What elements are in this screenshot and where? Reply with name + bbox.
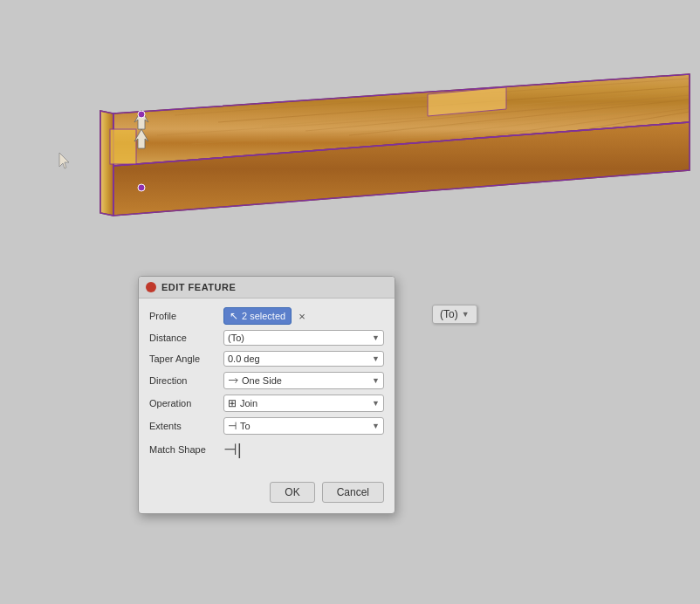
svg-rect-18 (110, 129, 136, 164)
extents-dropdown[interactable]: ⊣ To ▼ (223, 417, 384, 435)
distance-row: Distance (To) ▼ (149, 330, 384, 346)
ok-button[interactable]: OK (270, 482, 314, 503)
direction-dropdown-arrow: ▼ (372, 376, 380, 385)
operation-dropdown[interactable]: ⊞ Join ▼ (223, 395, 384, 412)
direction-value: One Side (242, 375, 282, 386)
extents-value: To (240, 421, 250, 431)
extents-row: Extents ⊣ To ▼ (149, 417, 384, 435)
direction-row: Direction 🡒 One Side ▼ (149, 372, 384, 389)
floating-to-arrow: ▼ (462, 310, 470, 319)
distance-dropdown-arrow: ▼ (372, 333, 380, 342)
operation-row: Operation ⊞ Join ▼ (149, 395, 384, 412)
dialog-footer: OK Cancel (139, 473, 395, 513)
profile-control: ↖ 2 selected × (223, 307, 384, 325)
taper-angle-dropdown[interactable]: 0.0 deg ▼ (223, 351, 384, 367)
profile-row: Profile ↖ 2 selected × (149, 307, 384, 325)
direction-control: 🡒 One Side ▼ (223, 372, 384, 389)
extents-dropdown-arrow: ▼ (372, 422, 380, 430)
operation-control: ⊞ Join ▼ (223, 395, 384, 412)
dialog-body: Profile ↖ 2 selected × Distance (To) ▼ (139, 299, 395, 473)
edit-feature-dialog: EDIT FEATURE Profile ↖ 2 selected × Dist… (138, 276, 395, 514)
profile-clear-button[interactable]: × (297, 310, 307, 323)
operation-value: Join (240, 398, 257, 408)
direction-icon: 🡒 (228, 374, 238, 387)
extents-label: Extents (149, 421, 223, 431)
match-shape-label: Match Shape (149, 444, 223, 455)
taper-angle-label: Taper Angle (149, 353, 223, 364)
match-shape-icon[interactable]: ⊣| (223, 440, 242, 459)
dialog-close-button[interactable] (146, 282, 156, 292)
operation-icon: ⊞ (228, 397, 237, 409)
dialog-header: EDIT FEATURE (139, 277, 395, 299)
cursor-icon: ↖ (230, 310, 238, 322)
profile-label: Profile (149, 311, 223, 321)
floating-to-label: (To) (440, 308, 458, 320)
match-shape-control: ⊣| (223, 440, 384, 459)
profile-selected-button[interactable]: ↖ 2 selected (223, 307, 292, 325)
cancel-button[interactable]: Cancel (322, 482, 384, 503)
distance-control: (To) ▼ (223, 330, 384, 346)
distance-label: Distance (149, 333, 223, 343)
svg-point-22 (138, 184, 145, 191)
svg-point-21 (138, 111, 145, 118)
match-shape-row: Match Shape ⊣| (149, 440, 384, 459)
extents-control: ⊣ To ▼ (223, 417, 384, 435)
direction-label: Direction (149, 375, 223, 386)
profile-selected-value: 2 selected (242, 311, 285, 321)
operation-label: Operation (149, 398, 223, 408)
extents-icon: ⊣ (228, 420, 237, 432)
direction-dropdown[interactable]: 🡒 One Side ▼ (223, 372, 384, 389)
distance-dropdown[interactable]: (To) ▼ (223, 330, 384, 346)
operation-dropdown-arrow: ▼ (372, 399, 380, 408)
taper-angle-row: Taper Angle 0.0 deg ▼ (149, 351, 384, 367)
taper-angle-control: 0.0 deg ▼ (223, 351, 384, 367)
taper-angle-value: 0.0 deg (228, 353, 260, 364)
floating-to-dropdown[interactable]: (To) ▼ (432, 305, 477, 324)
distance-value: (To) (228, 333, 244, 343)
taper-angle-dropdown-arrow: ▼ (372, 354, 380, 363)
dialog-title: EDIT FEATURE (161, 282, 236, 292)
